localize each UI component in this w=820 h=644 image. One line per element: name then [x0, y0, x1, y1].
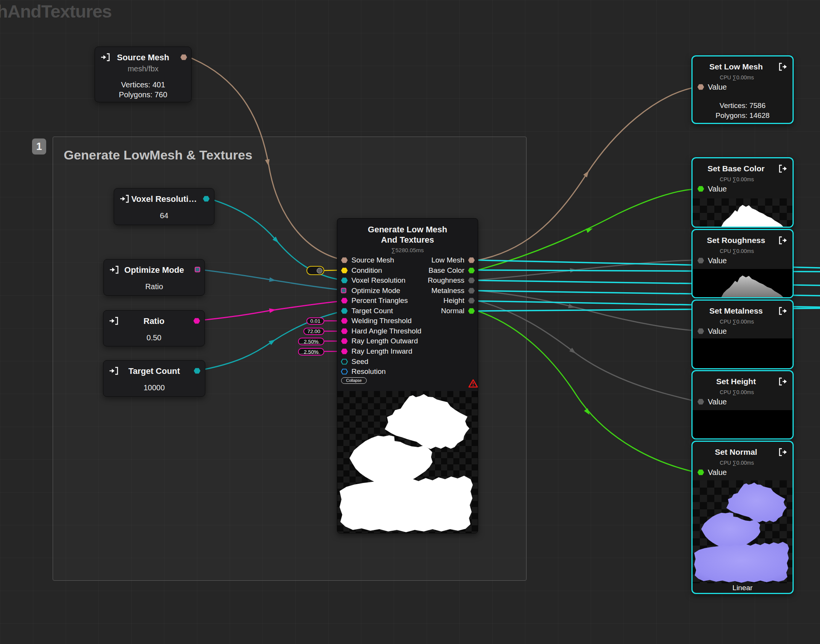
port-in-ray-length-outward[interactable]	[341, 338, 348, 344]
value-pill-1[interactable]: 72.00	[303, 328, 324, 335]
value-pill-2[interactable]: 2.50%	[298, 338, 324, 345]
value-label: Value	[708, 397, 727, 406]
port-set-roughness-value[interactable]	[697, 258, 704, 264]
port-in-welding-threshold[interactable]	[341, 318, 348, 324]
wire-normal-arrow	[584, 408, 591, 416]
port-voxel-resoluti-output[interactable]	[203, 196, 210, 202]
vertices-stat: Vertices: 7586	[693, 101, 793, 110]
set-normal-preview	[693, 480, 793, 583]
node-title: Ratio	[103, 316, 205, 326]
port-out-height[interactable]	[468, 298, 475, 304]
node-set-metalness[interactable]: Set MetalnessCPU ∑0.00msValue	[691, 299, 794, 369]
port-in-hard-angle-threshold[interactable]	[341, 328, 348, 334]
node-set-low-mesh[interactable]: Set Low MeshCPU ∑0.00msValueVertices: 75…	[691, 55, 794, 124]
node-set-normal[interactable]: Set NormalCPU ∑0.00msValueLinear	[691, 441, 794, 594]
input-row-10: Seed	[337, 357, 478, 366]
node-title: Target Count	[103, 366, 205, 376]
node-set-base-color[interactable]: Set Base ColorCPU ∑0.00msValue	[691, 157, 794, 228]
port-set-low-mesh-value[interactable]	[697, 84, 704, 90]
port-out-metalness[interactable]	[468, 288, 475, 294]
port-optimize-mode-output[interactable]	[195, 267, 200, 272]
port-out-roughness[interactable]	[468, 277, 475, 283]
wire-height[interactable]	[477, 301, 693, 401]
cpu-time: CPU ∑0.00ms	[693, 460, 781, 466]
port-in-resolution[interactable]	[341, 369, 348, 375]
value-label: Value	[708, 327, 727, 336]
input-row-6: Welding Threshold	[337, 317, 478, 325]
value-pill-0[interactable]: 0.01	[306, 317, 324, 325]
output-socket-icon	[779, 164, 788, 173]
node-set-roughness[interactable]: Set RoughnessCPU ∑0.00msValue	[691, 229, 794, 298]
output-row-5: Normal	[337, 307, 478, 315]
port-ratio-output[interactable]	[193, 318, 200, 324]
vertices-stat: Vertices: 401	[95, 80, 191, 89]
pill-slider-track	[300, 354, 320, 354]
node-set-height[interactable]: Set HeightCPU ∑0.00msValue	[691, 370, 794, 440]
output-label: Normal	[338, 307, 464, 315]
node-graph-canvas[interactable]: hAndTextures Generate LowMesh & Textures…	[0, 0, 820, 644]
port-out-normal[interactable]	[468, 308, 475, 314]
output-socket-icon	[779, 448, 788, 456]
cpu-time: CPU ∑0.00ms	[693, 176, 781, 182]
node-source-mesh[interactable]: Source Mesh mesh/fbx Vertices: 401 Polyg…	[95, 47, 192, 102]
port-set-base-color-value[interactable]	[697, 186, 704, 192]
port-in-ray-length-inward[interactable]	[341, 348, 348, 354]
output-row-2: Roughness	[337, 276, 478, 285]
polygons-stat: Polygons: 14628	[693, 111, 793, 120]
node-title: Set Metalness	[693, 306, 780, 316]
node-title: Optimize Mode	[104, 265, 205, 275]
node-value: 0.50	[103, 333, 205, 342]
port-set-metalness-value[interactable]	[697, 328, 704, 334]
node-param-ratio[interactable]: Ratio0.50	[103, 310, 205, 346]
node-title: Voxel Resoluti…	[114, 194, 214, 204]
value-label: Value	[708, 184, 727, 193]
input-label: Welding Threshold	[351, 317, 412, 325]
condition-toggle[interactable]	[306, 266, 324, 275]
pill-value: 0.01	[310, 318, 320, 324]
collapse-button[interactable]: Collapse	[341, 377, 367, 384]
toggle-knob[interactable]	[317, 268, 322, 274]
input-row-7: Hard Angle Threshold	[337, 327, 478, 335]
colorspace-label: Linear	[693, 584, 793, 592]
node-param-target-count[interactable]: Target Count10000	[103, 360, 205, 397]
warning-icon[interactable]	[468, 379, 478, 388]
node-title: Set Low Mesh	[693, 62, 780, 71]
port-target-count-output[interactable]	[193, 368, 201, 374]
cpu-time: CPU ∑0.00ms	[693, 319, 781, 325]
port-in-seed[interactable]	[341, 359, 348, 365]
output-socket-icon	[779, 377, 788, 386]
port-set-normal-value[interactable]	[697, 469, 704, 475]
output-row-3: Metalness	[337, 287, 478, 295]
port-out-base-color[interactable]	[468, 267, 475, 274]
input-label: Hard Angle Threshold	[351, 327, 421, 335]
output-socket-icon	[779, 236, 788, 245]
input-label: Ray Length Outward	[351, 337, 418, 345]
node-generate-low-mesh-and-textures[interactable]: Generate Low Mesh And Textures ∑5280.05m…	[337, 218, 478, 533]
pill-value: 72.00	[308, 328, 321, 334]
node-title-line1: Generate Low Mesh	[337, 225, 478, 235]
wire-base-color[interactable]	[477, 189, 693, 270]
input-row-8: Ray Length Outward	[337, 337, 478, 345]
node-subtitle: mesh/fbx	[95, 64, 191, 73]
cpu-time: CPU ∑0.00ms	[693, 389, 781, 395]
node-title: Source Mesh	[95, 53, 191, 63]
port-source-mesh-output[interactable]	[180, 54, 187, 60]
wire-normal[interactable]	[477, 311, 693, 472]
cpu-time: CPU ∑0.00ms	[693, 248, 781, 254]
output-row-1: Base Color	[337, 266, 478, 275]
value-pill-3[interactable]: 2.50%	[298, 348, 324, 356]
node-param-optimize-mode[interactable]: Optimize ModeRatio	[103, 259, 205, 296]
set-roughness-preview	[693, 269, 793, 297]
set-metalness-preview	[693, 338, 793, 368]
value-label: Value	[708, 468, 727, 477]
input-row-9: Ray Length Inward	[337, 347, 478, 356]
output-label: Roughness	[338, 276, 464, 285]
port-out-low-mesh[interactable]	[468, 257, 475, 263]
set-height-preview	[693, 410, 793, 438]
node-title: Set Roughness	[693, 236, 780, 245]
pill-slider-track	[300, 343, 320, 344]
wire-source-mesh-arrow	[265, 159, 271, 166]
node-param-voxel-resoluti[interactable]: Voxel Resoluti…64	[114, 188, 214, 225]
input-label: Ray Length Inward	[351, 347, 412, 356]
port-set-height-value[interactable]	[697, 399, 704, 405]
